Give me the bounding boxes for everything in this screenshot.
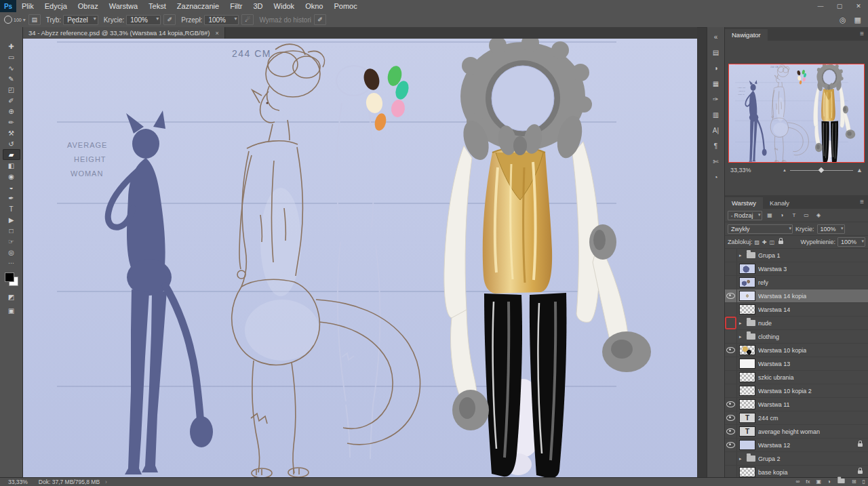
layer-name[interactable]: Warstwa 10 kopia 2 bbox=[758, 388, 812, 394]
rectangular-marquee-tool-icon[interactable]: ▭ bbox=[3, 52, 20, 62]
visibility-eye-empty[interactable] bbox=[725, 371, 737, 384]
menu-item-warstwa[interactable]: Warstwa bbox=[104, 0, 143, 12]
filter-type-layers-icon[interactable]: T bbox=[789, 210, 800, 220]
layer-thumbnail[interactable] bbox=[739, 467, 755, 477]
visibility-eye-icon[interactable] bbox=[725, 398, 737, 411]
zoom-slider-thumb[interactable] bbox=[818, 167, 824, 172]
layer-row-warstwa-14-kopia[interactable]: Warstwa 14 kopia bbox=[725, 289, 868, 303]
minimize-button[interactable]: — bbox=[811, 0, 830, 12]
edit-toolbar-icon[interactable]: ⋯ bbox=[8, 260, 14, 266]
swatches-panel-icon[interactable]: ▦ bbox=[709, 77, 724, 91]
clone-source-panel-icon[interactable]: ▥ bbox=[709, 108, 724, 122]
lock-position-icon[interactable]: ◫ bbox=[770, 239, 775, 245]
delete-layer-icon[interactable]: ▯ bbox=[863, 478, 865, 486]
text-layer-thumbnail[interactable]: T bbox=[739, 426, 755, 437]
visibility-eye-icon[interactable] bbox=[725, 289, 737, 302]
move-tool-icon[interactable]: ✚ bbox=[3, 41, 20, 52]
shape-tool-icon[interactable]: □ bbox=[3, 225, 20, 236]
lock-image-pixels-icon[interactable]: ✚ bbox=[762, 239, 767, 245]
status-zoom-value[interactable]: 33,33% bbox=[8, 479, 28, 485]
layer-row-warstwa-14[interactable]: Warstwa 14 bbox=[725, 303, 868, 317]
type-tool-icon[interactable]: T bbox=[3, 203, 20, 214]
layer-row-average-height-woman[interactable]: Taverage height woman bbox=[725, 425, 868, 439]
navigator-zoom-value[interactable]: 33,33% bbox=[730, 167, 751, 174]
layer-thumbnail[interactable] bbox=[739, 264, 755, 274]
layer-thumbnail[interactable] bbox=[739, 372, 755, 382]
layer-name[interactable]: 244 cm bbox=[758, 415, 778, 422]
new-layer-icon[interactable]: ⊞ bbox=[852, 478, 856, 486]
layer-thumbnail[interactable] bbox=[739, 277, 755, 287]
layer-name[interactable]: Warstwa 14 bbox=[758, 306, 790, 313]
layer-thumbnail[interactable] bbox=[739, 291, 755, 301]
menu-item-3d[interactable]: 3D bbox=[248, 0, 269, 12]
tab-navigator[interactable]: Nawigator bbox=[725, 29, 768, 41]
visibility-eye-empty[interactable] bbox=[725, 317, 737, 329]
layer-name[interactable]: Warstwa 13 bbox=[758, 361, 790, 367]
zoom-out-icon[interactable]: ▲ bbox=[783, 168, 787, 172]
eraser-tool-icon[interactable]: ▰ bbox=[3, 149, 20, 160]
brush-tool-icon[interactable]: ✏ bbox=[3, 117, 20, 127]
layer-row-grupa-2[interactable]: ▸Grupa 2 bbox=[725, 452, 868, 466]
filter-pixel-layers-icon[interactable]: ▦ bbox=[764, 210, 776, 220]
panel-menu-icon[interactable]: ≡ bbox=[860, 30, 864, 37]
tab-layers[interactable]: Warstwy bbox=[725, 197, 763, 209]
color-panel-icon[interactable]: ◑ bbox=[709, 61, 724, 75]
visibility-eye-icon[interactable] bbox=[725, 344, 737, 357]
quick-mask-icon[interactable]: ◩ bbox=[3, 291, 20, 302]
visibility-eye-icon[interactable] bbox=[725, 411, 737, 424]
layer-row-szkic-ubrania[interactable]: szkic ubrania bbox=[725, 371, 868, 384]
gradient-tool-icon[interactable]: ◧ bbox=[3, 160, 20, 171]
menu-item-tekst[interactable]: Tekst bbox=[143, 0, 172, 12]
blend-mode-select[interactable]: Zwykły bbox=[728, 224, 793, 234]
visibility-eye-empty[interactable] bbox=[725, 249, 737, 262]
panel-menu-icon[interactable]: ≡ bbox=[860, 198, 864, 205]
filter-smart-objects-icon[interactable]: ◈ bbox=[813, 210, 825, 220]
character-panel-icon[interactable]: A| bbox=[709, 123, 724, 138]
visibility-eye-empty[interactable] bbox=[725, 384, 737, 397]
link-layers-icon[interactable]: ∞ bbox=[796, 478, 800, 486]
layer-name[interactable]: refy bbox=[758, 279, 768, 286]
tool-preset-picker[interactable]: 100 ▾ bbox=[4, 16, 26, 24]
menu-item-edycja[interactable]: Edycja bbox=[39, 0, 73, 12]
fill-select[interactable]: 100% bbox=[837, 237, 865, 247]
group-expand-icon[interactable]: ▸ bbox=[739, 321, 744, 326]
menu-item-filtr[interactable]: Filtr bbox=[224, 0, 248, 12]
menu-item-obraz[interactable]: Obraz bbox=[73, 0, 104, 12]
layer-name[interactable]: Warstwa 14 kopia bbox=[758, 293, 806, 300]
layers-opacity-select[interactable]: 100% bbox=[817, 224, 845, 234]
layer-name[interactable]: nude bbox=[758, 320, 772, 327]
close-tab-icon[interactable]: × bbox=[216, 30, 219, 37]
path-selection-tool-icon[interactable]: ▶ bbox=[3, 214, 20, 225]
status-more-icon[interactable]: › bbox=[105, 479, 107, 485]
eyedropper-tool-icon[interactable]: ✐ bbox=[3, 95, 20, 106]
layer-row-warstwa-3[interactable]: Warstwa 3 bbox=[725, 262, 868, 276]
layer-row-nude[interactable]: ▸nude bbox=[725, 317, 868, 330]
lock-transparent-pixels-icon[interactable]: ▨ bbox=[755, 239, 760, 245]
navigator-thumbnail[interactable] bbox=[728, 64, 865, 163]
new-group-icon[interactable] bbox=[837, 478, 846, 486]
menu-item-widok[interactable]: Widok bbox=[269, 0, 300, 12]
layer-name[interactable]: Grupa 2 bbox=[758, 455, 781, 462]
visibility-eye-icon[interactable] bbox=[725, 439, 737, 451]
search-icon[interactable]: ◎ bbox=[840, 16, 846, 24]
layer-thumbnail[interactable] bbox=[739, 399, 755, 409]
paragraph-panel-icon[interactable]: ¶ bbox=[709, 139, 724, 153]
layer-name[interactable]: Warstwa 3 bbox=[758, 266, 787, 272]
layer-row-warstwa-13[interactable]: Warstwa 13 bbox=[725, 357, 868, 371]
layer-thumbnail[interactable] bbox=[739, 304, 755, 315]
clone-stamp-tool-icon[interactable]: ⚒ bbox=[3, 127, 20, 138]
layer-row-grupa-1[interactable]: ▸Grupa 1 bbox=[725, 249, 868, 262]
visibility-eye-empty[interactable] bbox=[725, 303, 737, 316]
workspace-switcher-icon[interactable]: ▦ bbox=[854, 16, 861, 24]
layer-thumbnail[interactable] bbox=[739, 386, 755, 396]
quick-selection-tool-icon[interactable]: ✎ bbox=[3, 73, 20, 84]
maximize-button[interactable]: ▢ bbox=[830, 0, 849, 12]
layer-name[interactable]: clothing bbox=[758, 333, 779, 340]
hand-tool-icon[interactable]: ☞ bbox=[3, 236, 20, 247]
layer-thumbnail[interactable] bbox=[739, 345, 755, 355]
airbrush-icon[interactable]: ☄ bbox=[241, 14, 254, 25]
visibility-eye-empty[interactable] bbox=[725, 330, 737, 343]
menu-item-zaznaczanie[interactable]: Zaznaczanie bbox=[172, 0, 224, 12]
layer-row-clothing[interactable]: ▸clothing bbox=[725, 330, 868, 344]
adjustments-panel-icon[interactable]: ◔ bbox=[709, 170, 724, 184]
